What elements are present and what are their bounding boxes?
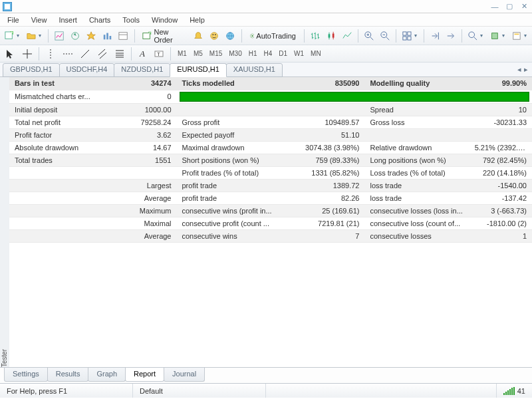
report-value (108, 166, 176, 179)
tester-icon (102, 31, 112, 41)
menu-window[interactable]: Window (146, 14, 184, 26)
tile-windows-button[interactable]: ▾ (400, 29, 420, 43)
report-row: Maximumconsecutive wins (profit in...25 … (9, 204, 532, 217)
profiles-button[interactable]: ▾ (24, 29, 45, 43)
report-row: Averageprofit trade82.26loss trade-137.4… (9, 192, 532, 204)
report-value: 82.26 (291, 192, 364, 204)
signals-button[interactable] (223, 29, 237, 43)
tester-tab-graph[interactable]: Graph (88, 368, 126, 382)
report-value: -1810.00 (2) (469, 217, 532, 229)
report-label: consecutive losses (364, 229, 469, 242)
menu-insert[interactable]: Insert (53, 14, 83, 26)
menu-view[interactable]: View (25, 14, 53, 26)
line-chart-button[interactable] (340, 29, 354, 43)
connection-bars-icon (503, 387, 515, 395)
market-watch-button[interactable] (52, 29, 66, 43)
timeframe-mn[interactable]: MN (307, 47, 325, 61)
candle-chart-button[interactable] (324, 29, 338, 43)
timeframe-d1[interactable]: D1 (275, 47, 291, 61)
timeframe-w1[interactable]: W1 (291, 47, 307, 61)
report-value: 3 (-663.73) (469, 204, 532, 217)
close-button[interactable]: ✕ (519, 2, 529, 11)
report-value: Average (108, 229, 176, 242)
report-row: Bars in test34274Ticks modelled835090Mod… (9, 77, 532, 90)
menu-file[interactable]: File (1, 14, 25, 26)
chart-tab[interactable]: USDCHF,H4 (59, 63, 115, 77)
templates-button[interactable]: ▾ (509, 29, 530, 43)
periodicity-button[interactable]: ▾ (487, 29, 508, 43)
chart-tab[interactable]: XAUUSD,H1 (226, 63, 283, 77)
crosshair-button[interactable] (19, 47, 35, 61)
report-label: Ticks modelled (177, 77, 292, 90)
autotrading-button[interactable]: AutoTrading (245, 29, 301, 43)
data-window-button[interactable] (116, 29, 130, 43)
timeframe-h4[interactable]: H4 (261, 47, 276, 61)
trendline-button[interactable] (77, 47, 93, 61)
report-label (9, 166, 108, 179)
new-order-button[interactable]: New Order (138, 29, 190, 43)
report-label: loss trade (364, 179, 469, 192)
tester-tab-settings[interactable]: Settings (4, 368, 48, 382)
shift-chart-button[interactable] (428, 29, 442, 43)
menu-charts[interactable]: Charts (83, 14, 116, 26)
svg-rect-32 (492, 33, 498, 39)
report-label: Gross profit (177, 116, 292, 128)
tester-tab-journal[interactable]: Journal (164, 368, 205, 382)
new-chart-button[interactable]: ▾ (2, 29, 23, 43)
chart-tab[interactable]: GBPUSD,H1 (3, 63, 60, 77)
report-label: consecutive wins (profit in... (177, 204, 292, 217)
zoom-in-button[interactable] (362, 29, 376, 43)
cursor-button[interactable] (2, 47, 18, 61)
fibonacci-button[interactable] (112, 47, 128, 61)
navigator-button[interactable] (68, 29, 82, 43)
horizontal-line-button[interactable] (60, 47, 76, 61)
menu-help[interactable]: Help (184, 14, 211, 26)
tester-button[interactable] (100, 29, 114, 43)
auto-scroll-button[interactable] (444, 29, 458, 43)
report-value: 835090 (291, 77, 364, 90)
bar-chart-button[interactable] (308, 29, 323, 43)
minimize-button[interactable]: — (489, 2, 500, 11)
report-label (177, 103, 292, 116)
auto-scroll-icon (446, 31, 456, 41)
status-connection[interactable]: 41 (497, 384, 532, 398)
globe-icon (225, 31, 235, 41)
svg-line-39 (81, 50, 89, 58)
report-value: Maximal (108, 217, 176, 229)
hline-icon (63, 49, 73, 59)
tester-tab-results[interactable]: Results (47, 368, 89, 382)
timeframe-m5[interactable]: M5 (190, 47, 206, 61)
svg-rect-26 (408, 31, 411, 35)
tester-tab-report[interactable]: Report (125, 368, 164, 382)
metaquotes-button[interactable] (191, 29, 205, 43)
chevron-down-icon: ▾ (16, 33, 20, 39)
zoom-out-button[interactable] (378, 29, 392, 43)
svg-rect-28 (408, 36, 411, 39)
report-value: 7 (291, 229, 364, 242)
timeframe-m1[interactable]: M1 (174, 47, 190, 61)
text-icon: A (140, 49, 145, 59)
tab-scroll-right[interactable]: ▸ (524, 65, 528, 74)
svg-rect-33 (513, 32, 520, 39)
report-label: consecutive losses (loss in... (364, 204, 469, 217)
chart-tab[interactable]: EURUSD,H1 (170, 63, 227, 77)
tab-scroll-left[interactable]: ◂ (517, 65, 521, 74)
maximize-button[interactable]: ▢ (504, 2, 515, 11)
terminal-button[interactable] (84, 29, 98, 43)
expert-list-button[interactable] (207, 29, 221, 43)
timeframe-h1[interactable]: H1 (245, 47, 261, 61)
svg-point-10 (213, 34, 214, 35)
report-table: Bars in test34274Ticks modelled835090Mod… (9, 77, 532, 243)
chart-tab[interactable]: NZDUSD,H1 (114, 63, 170, 77)
vertical-line-button[interactable] (43, 47, 59, 61)
text-label-button[interactable]: T (151, 47, 167, 61)
text-button[interactable]: A (135, 47, 150, 61)
report-row: Averageconsecutive wins7consecutive loss… (9, 229, 532, 242)
indicators-button[interactable]: ▾ (466, 29, 486, 43)
report-label: loss trade (364, 192, 469, 204)
timeframe-m30[interactable]: M30 (225, 47, 245, 61)
equidistant-channel-button[interactable] (94, 47, 110, 61)
report-value: 14.67 (108, 141, 176, 154)
timeframe-m15[interactable]: M15 (206, 47, 225, 61)
menu-tools[interactable]: Tools (116, 14, 146, 26)
